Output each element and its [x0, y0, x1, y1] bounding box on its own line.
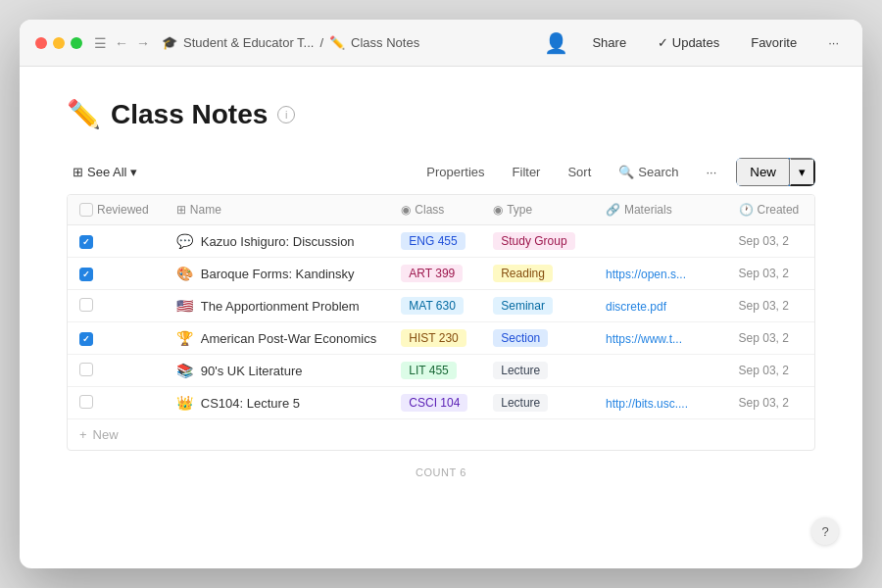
see-all-button[interactable]: ⊞ See All ▾ — [67, 161, 143, 183]
titlebar-actions: 👤 Share ✓ Updates Favorite ··· — [544, 31, 847, 55]
materials-link[interactable]: http://bits.usc.... — [606, 397, 688, 411]
row-checkbox-cell — [68, 355, 165, 387]
row-name-cell[interactable]: 💬Kazuo Ishiguro: Discussion — [165, 225, 390, 258]
search-button[interactable]: 🔍 Search — [611, 161, 686, 183]
row-checkbox[interactable] — [79, 395, 93, 409]
row-name-cell[interactable]: 📚90's UK Literature — [165, 355, 390, 387]
row-materials-cell[interactable]: discrete.pdf — [594, 290, 727, 322]
created-col-icon: 🕐 — [739, 203, 754, 217]
table-header-row: Reviewed ⊞ Name ◉ — [68, 195, 814, 225]
sort-button[interactable]: Sort — [560, 161, 599, 183]
help-button[interactable]: ? — [811, 517, 839, 545]
row-name: American Post-War Economics — [201, 331, 376, 346]
row-materials-cell[interactable]: https://open.s... — [594, 258, 727, 290]
class-tag: CSCI 104 — [401, 394, 467, 412]
back-arrow-icon[interactable]: ← — [115, 35, 128, 51]
row-name: Baroque Forms: Kandinsky — [201, 267, 355, 281]
row-type-cell[interactable]: Section — [481, 322, 594, 355]
row-emoji: 🇺🇸 — [176, 298, 193, 314]
data-table: Reviewed ⊞ Name ◉ — [67, 194, 815, 451]
row-checkbox[interactable] — [79, 235, 93, 249]
nav-arrows: ☰ ← → — [94, 35, 150, 51]
chevron-down-icon: ▾ — [799, 165, 806, 179]
row-name: 90's UK Literature — [201, 364, 303, 378]
class-tag: ENG 455 — [401, 232, 465, 250]
count-row: COUNT 6 — [67, 451, 815, 494]
materials-link[interactable]: https://www.t... — [606, 332, 682, 346]
maximize-button[interactable] — [71, 37, 82, 49]
materials-link[interactable]: https://open.s... — [606, 268, 686, 281]
row-class-cell[interactable]: HIST 230 — [389, 322, 481, 355]
row-class-cell[interactable]: LIT 455 — [389, 355, 481, 387]
class-tag: HIST 230 — [401, 329, 466, 347]
properties-button[interactable]: Properties — [418, 161, 492, 183]
row-name: CS104: Lecture 5 — [201, 396, 300, 411]
new-dropdown-button[interactable]: ▾ — [790, 158, 815, 186]
row-checkbox[interactable] — [79, 268, 93, 281]
more-options-button[interactable]: ··· — [698, 161, 724, 183]
type-tag: Seminar — [493, 297, 553, 315]
minimize-button[interactable] — [53, 37, 65, 49]
row-checkbox-cell — [68, 322, 165, 355]
new-button[interactable]: New — [736, 158, 790, 186]
row-name-cell[interactable]: 🎨Baroque Forms: Kandinsky — [165, 258, 390, 290]
materials-link[interactable]: discrete.pdf — [606, 300, 666, 314]
row-checkbox[interactable] — [79, 332, 93, 346]
header-checkbox[interactable] — [79, 203, 93, 217]
updates-button[interactable]: ✓ Updates — [650, 31, 727, 54]
table-row: 🇺🇸The Apportionment ProblemMAT 630Semina… — [68, 290, 814, 322]
breadcrumb-app[interactable]: Student & Educator T... — [183, 35, 314, 50]
table-row: 👑CS104: Lecture 5CSCI 104Lecturehttp://b… — [68, 387, 814, 419]
favorite-button[interactable]: Favorite — [743, 31, 805, 54]
breadcrumb: 🎓 Student & Educator T... / ✏️ Class Not… — [162, 35, 544, 50]
row-emoji: 🎨 — [176, 266, 193, 281]
type-tag: Study Group — [493, 232, 574, 250]
class-tag: LIT 455 — [401, 362, 456, 379]
col-materials: 🔗 Materials — [594, 195, 727, 225]
table-row: 💬Kazuo Ishiguro: DiscussionENG 455Study … — [68, 225, 814, 258]
row-name-cell[interactable]: 👑CS104: Lecture 5 — [165, 387, 390, 419]
filter-button[interactable]: Filter — [505, 161, 549, 183]
row-type-cell[interactable]: Study Group — [481, 225, 594, 258]
type-tag: Lecture — [493, 394, 548, 412]
row-name: Kazuo Ishiguro: Discussion — [201, 234, 355, 249]
info-icon[interactable]: i — [277, 106, 295, 123]
row-materials-cell[interactable]: https://www.t... — [594, 322, 727, 355]
row-type-cell[interactable]: Lecture — [481, 355, 594, 387]
row-materials-cell[interactable]: http://bits.usc.... — [594, 387, 727, 419]
row-name-cell[interactable]: 🏆American Post-War Economics — [165, 322, 390, 355]
row-name-cell[interactable]: 🇺🇸The Apportionment Problem — [165, 290, 390, 322]
col-reviewed: Reviewed — [68, 195, 165, 225]
row-class-cell[interactable]: ART 399 — [389, 258, 481, 290]
share-button[interactable]: Share — [584, 31, 634, 54]
row-checkbox[interactable] — [79, 363, 93, 376]
row-created-cell: Sep 03, 2 — [727, 387, 814, 419]
row-emoji: 💬 — [176, 233, 193, 249]
type-tag: Section — [493, 329, 548, 347]
row-class-cell[interactable]: ENG 455 — [389, 225, 481, 258]
toolbar: ⊞ See All ▾ Properties Filter Sort 🔍 Sea… — [67, 158, 815, 186]
row-type-cell[interactable]: Seminar — [481, 290, 594, 322]
breadcrumb-sep: / — [319, 35, 323, 50]
col-created: 🕐 Created — [727, 195, 814, 225]
table-row: 📚90's UK LiteratureLIT 455LectureSep 03,… — [68, 355, 814, 387]
row-class-cell[interactable]: MAT 630 — [389, 290, 481, 322]
close-button[interactable] — [35, 37, 47, 49]
titlebar: ☰ ← → 🎓 Student & Educator T... / ✏️ Cla… — [20, 20, 862, 67]
more-button[interactable]: ··· — [820, 31, 847, 54]
row-type-cell[interactable]: Reading — [481, 258, 594, 290]
row-type-cell[interactable]: Lecture — [481, 387, 594, 419]
row-checkbox-cell — [68, 225, 165, 258]
table-icon: ⊞ — [73, 165, 83, 179]
page-header: ✏️ Class Notes i — [67, 98, 815, 130]
row-materials-cell — [594, 355, 727, 387]
hamburger-icon[interactable]: ☰ — [94, 35, 107, 51]
traffic-lights — [35, 37, 82, 49]
add-new-row[interactable]: + New — [68, 418, 814, 450]
row-class-cell[interactable]: CSCI 104 — [389, 387, 481, 419]
search-icon: 🔍 — [618, 165, 634, 179]
table-row: 🏆American Post-War EconomicsHIST 230Sect… — [68, 322, 814, 355]
forward-arrow-icon[interactable]: → — [136, 35, 150, 51]
page-title: Class Notes — [111, 99, 268, 130]
row-checkbox[interactable] — [79, 298, 93, 312]
